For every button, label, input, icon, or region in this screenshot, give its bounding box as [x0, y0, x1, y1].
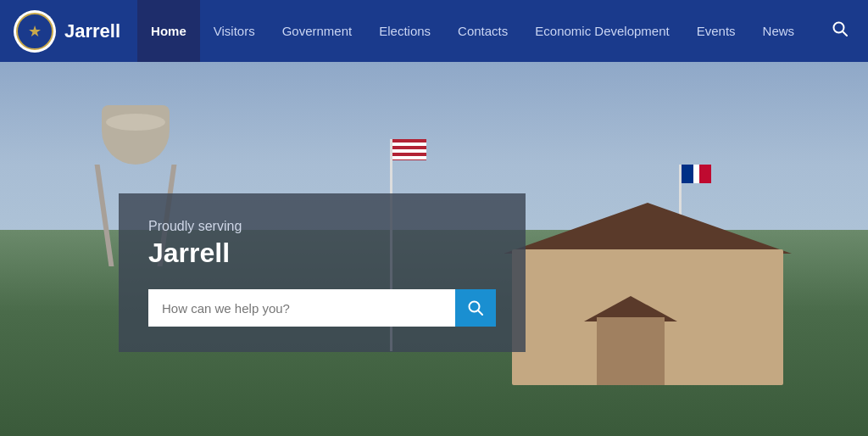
hero-section: Proudly serving Jarrell: [0, 62, 868, 436]
hero-title: Jarrell: [148, 238, 496, 269]
logo-circle: ★: [14, 10, 56, 53]
star-icon: ★: [28, 22, 42, 41]
search-icon: [468, 300, 483, 316]
nav-item-elections[interactable]: Elections: [365, 0, 444, 62]
hero-search-bar: [148, 289, 496, 327]
nav-item-news[interactable]: News: [749, 0, 809, 62]
search-icon: [832, 21, 848, 36]
logo-inner: ★: [16, 13, 53, 50]
hero-search-button[interactable]: [455, 289, 496, 327]
brand-name: Jarrell: [64, 20, 120, 42]
brand-logo-link[interactable]: ★ Jarrell: [14, 10, 120, 53]
nav-item-government[interactable]: Government: [269, 0, 366, 62]
hero-search-input[interactable]: [148, 289, 455, 327]
nav-item-economic-development[interactable]: Economic Development: [521, 0, 682, 62]
water-tower-tank: [102, 105, 170, 165]
nav-item-visitors[interactable]: Visitors: [200, 0, 269, 62]
svg-line-3: [478, 310, 482, 315]
nav-search-button[interactable]: [826, 14, 854, 48]
building-entrance: [597, 317, 665, 385]
navbar: ★ Jarrell Home Visitors Government Elect…: [0, 0, 868, 62]
flag-us: [392, 139, 426, 160]
nav-item-contacts[interactable]: Contacts: [444, 0, 521, 62]
main-nav: Home Visitors Government Elections Conta…: [137, 0, 854, 62]
svg-line-1: [843, 31, 847, 36]
nav-item-events[interactable]: Events: [683, 0, 749, 62]
hero-overlay: Proudly serving Jarrell: [119, 193, 526, 352]
nav-item-home[interactable]: Home: [137, 0, 200, 62]
hero-subtitle: Proudly serving: [148, 219, 496, 234]
flag-texas: [682, 165, 711, 183]
